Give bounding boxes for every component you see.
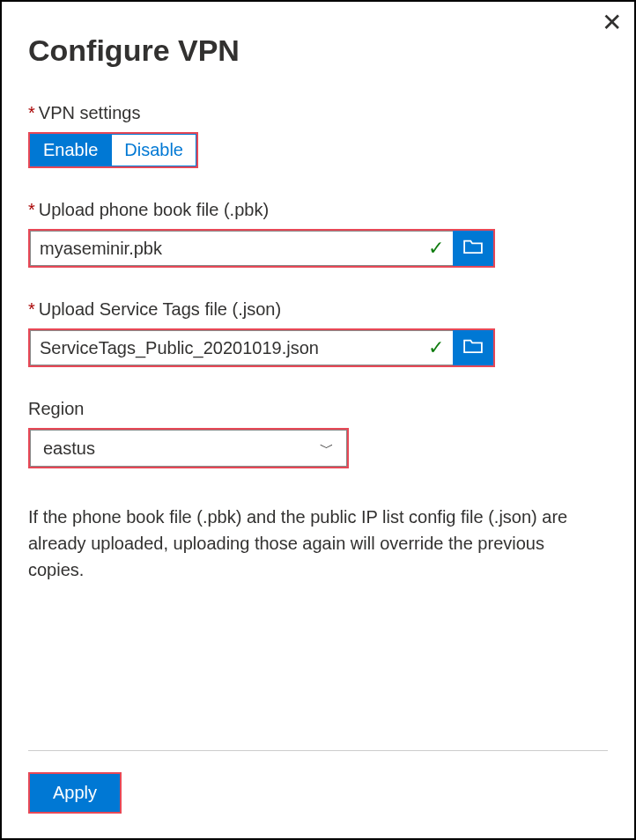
apply-button[interactable]: Apply	[30, 774, 120, 812]
vpn-disable-button[interactable]: Disable	[111, 134, 196, 166]
page-title: Configure VPN	[28, 33, 608, 68]
chevron-down-icon: ﹀	[320, 439, 334, 458]
region-select-highlight: eastus ﹀	[28, 428, 349, 468]
vpn-enable-button[interactable]: Enable	[30, 134, 111, 166]
tags-label: *Upload Service Tags file (.json)	[28, 299, 608, 320]
region-value: eastus	[43, 438, 95, 459]
close-icon[interactable]: ✕	[602, 11, 622, 35]
tags-file-input[interactable]: ServiceTags_Public_20201019.json	[30, 330, 419, 365]
folder-icon	[463, 239, 483, 258]
vpn-toggle-highlight: Enable Disable	[28, 132, 198, 168]
tags-browse-button[interactable]	[453, 330, 493, 365]
region-label: Region	[28, 399, 608, 419]
pbk-browse-button[interactable]	[453, 231, 493, 266]
vpn-settings-label: *VPN settings	[28, 103, 608, 123]
tags-row-highlight: ServiceTags_Public_20201019.json ✓	[28, 328, 495, 367]
pbk-file-input[interactable]: myaseminir.pbk	[30, 231, 419, 266]
override-note: If the phone book file (.pbk) and the pu…	[28, 504, 592, 583]
check-icon: ✓	[419, 231, 453, 266]
region-select[interactable]: eastus ﹀	[30, 430, 347, 467]
folder-icon	[463, 338, 483, 357]
required-mark: *	[28, 103, 35, 122]
required-mark: *	[28, 299, 35, 319]
pbk-label: *Upload phone book file (.pbk)	[28, 200, 608, 220]
apply-highlight: Apply	[28, 772, 122, 814]
check-icon: ✓	[419, 330, 453, 365]
required-mark: *	[28, 200, 35, 219]
pbk-row-highlight: myaseminir.pbk ✓	[28, 229, 495, 268]
